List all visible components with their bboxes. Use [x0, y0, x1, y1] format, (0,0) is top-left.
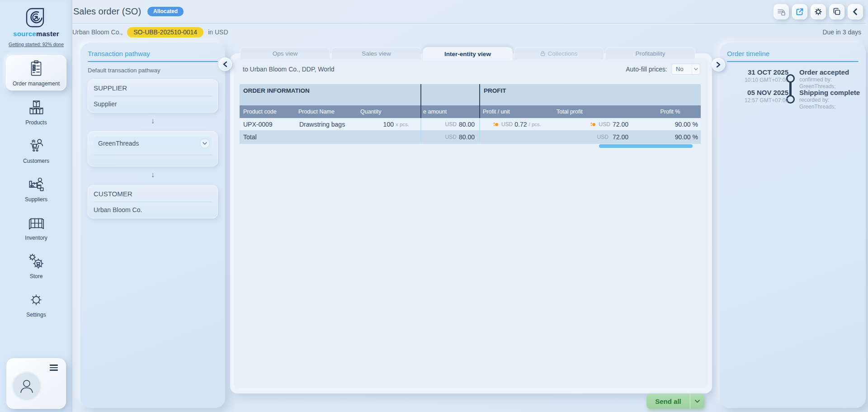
intermediary-value: GreenThreads [98, 140, 200, 147]
sidebar-item-label: Settings [26, 312, 46, 318]
tab-profitability[interactable]: Profitability [605, 47, 695, 59]
chevron-down-icon [200, 138, 210, 148]
tab-ops-view[interactable]: Ops view [240, 47, 330, 59]
top-header: Sales order (SO) Allocated [72, 0, 866, 24]
copy-button[interactable] [829, 4, 844, 19]
settings-button[interactable] [811, 4, 826, 19]
event-by: recorded by: [799, 97, 863, 103]
profit-indicator-icon [493, 122, 499, 127]
user-card [6, 358, 66, 409]
tab-label: Profitability [635, 50, 665, 57]
timeline-event-datetime: 31 OCT 2025 10:10 GMT+07:00 [725, 68, 788, 83]
timeline-event-detail: Shipping complete recorded by: GreenThre… [799, 89, 863, 110]
sidebar-item-suppliers[interactable]: Suppliers [2, 171, 70, 206]
sidebar-item-store[interactable]: Store [2, 248, 70, 283]
copy-icon [832, 7, 841, 16]
amount-currency: USD [445, 121, 457, 128]
order-number-pill[interactable]: SO-UBB-202510-0014 [127, 27, 203, 38]
sidebar-item-label: Order management [13, 81, 60, 87]
sidebar-item-products[interactable]: Products [2, 95, 70, 129]
supplier-value: Supplier [94, 100, 212, 108]
external-link-icon [795, 7, 804, 16]
list-lock-button[interactable] [774, 4, 789, 19]
intermediary-select[interactable]: GreenThreads [94, 136, 212, 151]
tab-label: Collections [547, 50, 577, 57]
inventory-icon [26, 213, 47, 233]
profit-unit-currency: USD [501, 121, 513, 128]
table-row[interactable]: UPX-0009 Drawstring bags 100 x pcs. USD … [240, 118, 701, 130]
autofill-label: Auto-fill prices: [626, 66, 667, 73]
profit-indicator-icon [590, 122, 596, 127]
page-title: Sales order (SO) [72, 6, 141, 17]
pathway-title: Transaction pathway [88, 50, 218, 57]
tab-label: Ops view [273, 50, 298, 57]
getting-started-link[interactable]: Getting started: 92% done [9, 42, 64, 47]
settings-gear-icon [26, 289, 47, 310]
autofill-select[interactable]: No [671, 63, 700, 75]
sidebar-item-order-management[interactable]: Order management [6, 55, 66, 90]
chevron-left-icon [851, 7, 860, 16]
status-badge: Allocated [147, 7, 184, 16]
autofill-prices-control: Auto-fill prices: No [626, 63, 700, 75]
timeline-node-icon [786, 74, 795, 83]
intermediary-card: GreenThreads [88, 131, 218, 166]
store-icon [26, 251, 47, 272]
sidebar-item-label: Inventory [25, 235, 47, 241]
list-lock-icon [777, 7, 786, 16]
group-header-profit: PROFIT [479, 84, 701, 105]
total-profit-value: 72.00 [613, 133, 628, 141]
table-horizontal-scrollbar[interactable] [599, 144, 693, 148]
menu-hamburger-icon[interactable] [50, 365, 58, 372]
total-profit-currency: USD [597, 134, 609, 140]
collapse-pathway-button[interactable] [218, 57, 232, 71]
person-icon [17, 376, 37, 396]
tab-label: Inter-entity view [444, 51, 491, 57]
col-total-profit: Total profit [554, 105, 640, 118]
event-date: 05 NOV 2025 [725, 89, 788, 96]
customer-label: CUSTOMER [94, 190, 212, 198]
send-all-button[interactable]: Send all [646, 394, 704, 409]
event-title: Shipping complete [799, 89, 863, 96]
send-options-chevron[interactable] [690, 394, 704, 409]
profit-unit-suffix: / pcs. [529, 122, 541, 127]
collapse-timeline-button[interactable] [712, 58, 725, 71]
timeline-title-rule [727, 61, 859, 62]
currency-note: in USD [208, 28, 228, 36]
pathway-arrow-down-icon: ↓ [88, 170, 218, 180]
group-header-spacer [420, 84, 479, 105]
tab-sales-view[interactable]: Sales view [331, 47, 421, 59]
logo-block: sourcemaster Getting started: 92% done [0, 0, 72, 48]
table-column-header: Product code Product Name Quantity e amo… [240, 105, 701, 118]
autofill-value: No [672, 66, 692, 72]
brand-name-right: master [36, 30, 59, 38]
lock-icon [540, 51, 545, 56]
timeline-title: Order timeline [727, 50, 859, 57]
clipboard-icon [26, 58, 47, 79]
col-product-code: Product code [240, 105, 298, 118]
inter-entity-table: ORDER INFORMATION PROFIT Product code Pr… [240, 84, 701, 144]
order-subheader: Urban Bloom Co., SO-UBB-202510-0014 in U… [72, 24, 866, 40]
content-header-row: to Urban Bloom Co., DDP, World Auto-fill… [243, 63, 700, 75]
chevron-down-icon [695, 400, 700, 403]
event-by: confirmed by: [799, 77, 863, 83]
total-label: Total [243, 133, 257, 141]
sidebar-item-label: Store [30, 273, 43, 279]
event-title: Order accepted [799, 68, 863, 76]
destination-text: to Urban Bloom Co., DDP, World [243, 66, 335, 73]
suppliers-icon [26, 174, 47, 195]
tab-inter-entity-view[interactable]: Inter-entity view [423, 47, 513, 61]
timeline-connector [789, 82, 792, 95]
sidebar-item-inventory[interactable]: Inventory [2, 210, 70, 244]
sidebar-item-settings[interactable]: Settings [2, 287, 70, 321]
sourcemaster-logo-icon [24, 6, 48, 29]
sidebar-item-customers[interactable]: Customers [2, 133, 70, 167]
customer-name: Urban Bloom Co., [72, 28, 123, 36]
external-link-button[interactable] [792, 4, 807, 19]
avatar[interactable] [12, 371, 42, 401]
sidebar-item-label: Suppliers [25, 196, 47, 203]
col-profit-pct: Profit % [640, 105, 701, 118]
collapse-header-button[interactable] [848, 4, 863, 19]
tab-collections[interactable]: Collections [514, 47, 604, 59]
customer-value: Urban Bloom Co. [94, 206, 212, 213]
view-tabs: Ops view Sales view Inter-entity view Co… [240, 47, 695, 59]
